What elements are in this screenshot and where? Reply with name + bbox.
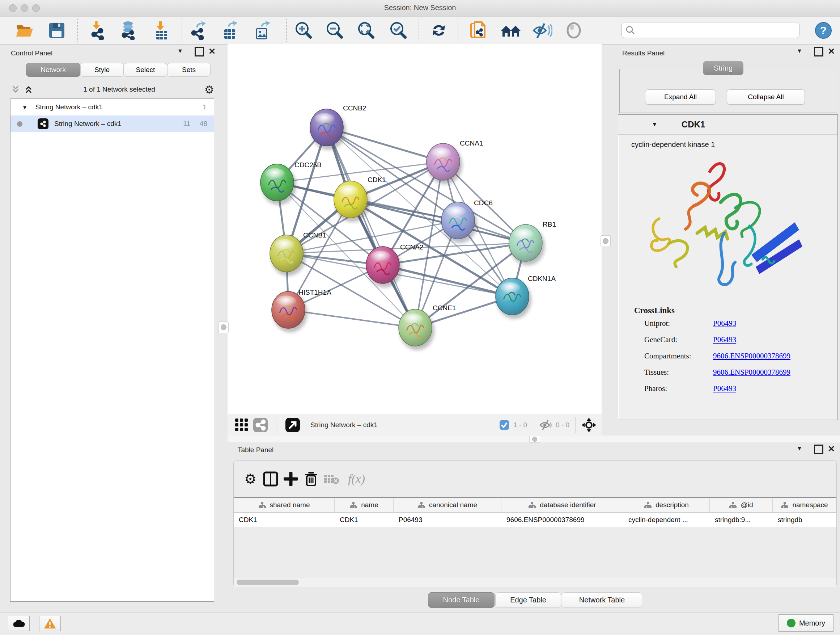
tab-string[interactable]: String: [703, 61, 744, 75]
control-panel-collapse-icon[interactable]: ▼: [177, 48, 183, 54]
left-splitter-grip[interactable]: [218, 321, 229, 333]
string-view-button[interactable]: [251, 415, 270, 435]
tab-network[interactable]: Network: [26, 63, 80, 77]
hidden-eye-slash-icon[interactable]: [539, 420, 552, 431]
collapse-all-chevron-icon[interactable]: [10, 85, 21, 94]
cloud-button[interactable]: [8, 616, 30, 631]
node-CCNA1[interactable]: [426, 143, 462, 184]
table-cell[interactable]: CDK1: [335, 513, 393, 527]
table-cell[interactable]: P06493: [393, 513, 501, 527]
results-panel-close-icon[interactable]: ✕: [828, 46, 835, 57]
zoom-selected-button[interactable]: [388, 20, 409, 41]
network-row-selected[interactable]: String Network – cdk1 11 48: [11, 116, 214, 132]
scrollbar-thumb[interactable]: [237, 580, 299, 585]
tab-style[interactable]: Style: [80, 63, 124, 77]
open-session-button[interactable]: [14, 20, 35, 41]
memory-button[interactable]: Memory: [778, 614, 834, 632]
crosslink-link[interactable]: P06493: [713, 384, 736, 393]
node-CDKN1A[interactable]: [496, 278, 531, 319]
collapse-all-button[interactable]: Collapse All: [727, 89, 805, 105]
export-table-button[interactable]: [220, 20, 241, 41]
fit-content-crosshair-icon[interactable]: [581, 417, 597, 432]
network-collection-row[interactable]: ▼ String Network – cdk1 1: [11, 99, 214, 116]
tab-node-table[interactable]: Node Table: [428, 592, 494, 608]
table-cell[interactable]: cyclin-dependent ...: [623, 513, 710, 527]
node-CCNB2[interactable]: [310, 109, 346, 150]
tab-network-table[interactable]: Network Table: [562, 592, 642, 608]
table-cell[interactable]: 9606.ENSP00000378699: [501, 513, 623, 527]
column-header-namespace[interactable]: namespace: [773, 498, 836, 512]
open-in-new-window-button[interactable]: [283, 415, 302, 435]
import-network-database-button[interactable]: [118, 20, 139, 41]
export-network-button[interactable]: [188, 20, 209, 41]
table-cell[interactable]: stringdb:9...: [710, 513, 773, 527]
node-CDK1[interactable]: [334, 181, 370, 222]
delete-column-button[interactable]: [301, 469, 321, 489]
table-cell[interactable]: stringdb: [773, 513, 836, 527]
bottom-splitter-grip[interactable]: [529, 435, 540, 443]
results-panel-float-icon[interactable]: [814, 47, 823, 57]
birds-eye-view-button[interactable]: [233, 415, 251, 435]
create-column-button[interactable]: [281, 469, 301, 489]
node-label-CCNB2: CCNB2: [343, 104, 366, 112]
expand-all-chevron-icon[interactable]: [23, 85, 34, 94]
tab-sets[interactable]: Sets: [167, 63, 210, 77]
table-panel-collapse-icon[interactable]: ▼: [797, 445, 802, 452]
node-CCNE1[interactable]: [399, 309, 434, 350]
horizontal-scrollbar[interactable]: [234, 578, 836, 587]
crosslink-link[interactable]: P06493: [713, 319, 736, 328]
column-header-database-identifier[interactable]: database identifier: [501, 498, 623, 512]
control-panel-close-icon[interactable]: ✕: [208, 46, 216, 57]
column-header-description[interactable]: description: [623, 498, 710, 512]
function-builder-button-disabled[interactable]: f(x): [348, 472, 365, 486]
refresh-layout-button[interactable]: [428, 20, 449, 41]
table-panel-title: Table Panel: [238, 446, 273, 454]
right-splitter-grip[interactable]: [600, 235, 611, 247]
import-network-file-button[interactable]: [88, 20, 109, 41]
import-table-button[interactable]: [151, 20, 172, 41]
results-panel-collapse-icon[interactable]: ▼: [797, 48, 802, 54]
cytoscape-window: Session: New Session: [0, 0, 840, 635]
tree-expander-icon[interactable]: ▼: [22, 104, 27, 111]
expand-all-button[interactable]: Expand All: [645, 89, 716, 105]
crosslink-link[interactable]: P06493: [713, 335, 736, 344]
table-panel-float-icon[interactable]: [814, 445, 823, 454]
node-CDC25B[interactable]: [261, 164, 296, 205]
tab-edge-table[interactable]: Edge Table: [495, 592, 561, 608]
selected-checkbox-icon[interactable]: [499, 420, 510, 431]
section-expander-icon[interactable]: ▼: [652, 121, 658, 128]
control-panel-float-icon[interactable]: [195, 47, 204, 57]
zoom-fit-button[interactable]: [356, 20, 377, 41]
node-RB1[interactable]: [509, 225, 545, 265]
export-image-button[interactable]: [251, 20, 272, 41]
network-options-gear-icon[interactable]: ⚙: [204, 83, 214, 96]
table-cell[interactable]: CDK1: [234, 513, 335, 527]
search-input[interactable]: [638, 26, 796, 35]
help-button[interactable]: ?: [813, 20, 834, 41]
edge-CCNB2-CCNE1[interactable]: [327, 127, 415, 328]
warnings-button[interactable]: [39, 616, 61, 631]
table-row[interactable]: CDK1CDK1P064939606.ENSP00000378699cyclin…: [234, 513, 836, 527]
hide-nodes-button[interactable]: [532, 20, 553, 41]
cdk1-card-header[interactable]: ▼ CDK1: [618, 115, 837, 135]
delete-table-button-disabled[interactable]: [321, 469, 341, 489]
zoom-out-button[interactable]: [325, 20, 346, 41]
table-options-gear-icon[interactable]: ⚙: [240, 469, 261, 489]
svg-text:?: ?: [820, 24, 827, 36]
crosslink-link[interactable]: 9606.ENSP00000378699: [713, 368, 790, 377]
column-header--id[interactable]: @id: [710, 498, 773, 512]
table-panel-close-icon[interactable]: ✕: [828, 444, 835, 454]
save-session-button[interactable]: [46, 20, 67, 41]
tab-select[interactable]: Select: [124, 63, 167, 77]
network-canvas[interactable]: CCNB2CCNA1CDC25BCDK1CDC6RB1CCNB1CCNA2CDK…: [227, 44, 602, 414]
zoom-in-button[interactable]: [294, 20, 314, 41]
crosslink-link[interactable]: 9606.ENSP00000378699: [713, 352, 790, 361]
column-header-name[interactable]: name: [335, 498, 393, 512]
string-home-button[interactable]: [500, 20, 521, 41]
gray-eye-button[interactable]: [563, 20, 584, 41]
show-columns-button[interactable]: [261, 469, 281, 489]
node-HIST1H1A[interactable]: [272, 291, 308, 333]
column-header-canonical-name[interactable]: canonical name: [393, 498, 501, 512]
clipboard-share-button[interactable]: [468, 20, 489, 41]
column-header-shared-name[interactable]: shared name: [234, 498, 335, 512]
